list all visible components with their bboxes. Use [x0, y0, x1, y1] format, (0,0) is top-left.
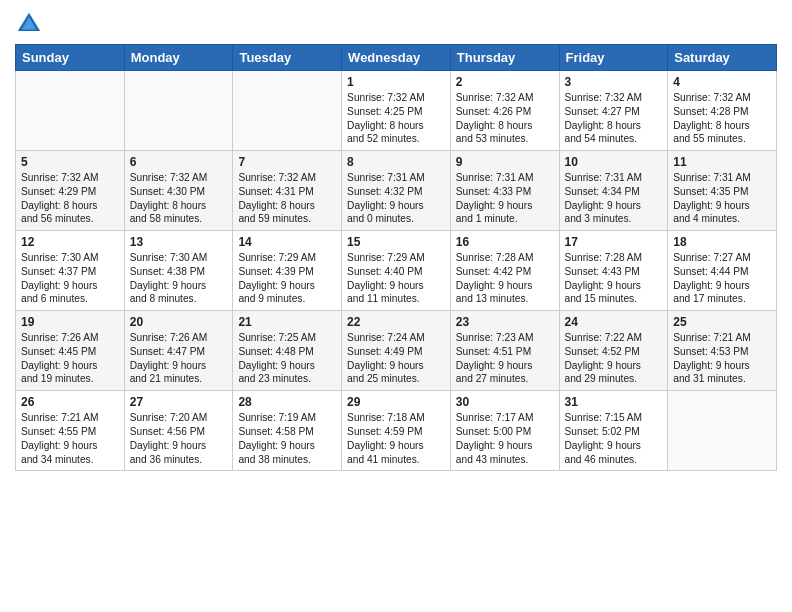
day-number: 5	[21, 155, 119, 169]
day-cell: 6Sunrise: 7:32 AM Sunset: 4:30 PM Daylig…	[124, 151, 233, 231]
week-row: 19Sunrise: 7:26 AM Sunset: 4:45 PM Dayli…	[16, 311, 777, 391]
header-row: SundayMondayTuesdayWednesdayThursdayFrid…	[16, 45, 777, 71]
day-number: 1	[347, 75, 445, 89]
day-info: Sunrise: 7:32 AM Sunset: 4:25 PM Dayligh…	[347, 91, 445, 146]
day-cell	[124, 71, 233, 151]
day-number: 30	[456, 395, 554, 409]
day-info: Sunrise: 7:30 AM Sunset: 4:37 PM Dayligh…	[21, 251, 119, 306]
day-cell: 10Sunrise: 7:31 AM Sunset: 4:34 PM Dayli…	[559, 151, 668, 231]
day-cell: 21Sunrise: 7:25 AM Sunset: 4:48 PM Dayli…	[233, 311, 342, 391]
day-number: 17	[565, 235, 663, 249]
day-info: Sunrise: 7:30 AM Sunset: 4:38 PM Dayligh…	[130, 251, 228, 306]
day-number: 10	[565, 155, 663, 169]
logo-icon	[15, 10, 43, 38]
day-cell: 13Sunrise: 7:30 AM Sunset: 4:38 PM Dayli…	[124, 231, 233, 311]
day-info: Sunrise: 7:32 AM Sunset: 4:30 PM Dayligh…	[130, 171, 228, 226]
day-info: Sunrise: 7:32 AM Sunset: 4:27 PM Dayligh…	[565, 91, 663, 146]
day-info: Sunrise: 7:20 AM Sunset: 4:56 PM Dayligh…	[130, 411, 228, 466]
day-cell: 29Sunrise: 7:18 AM Sunset: 4:59 PM Dayli…	[342, 391, 451, 471]
day-cell: 17Sunrise: 7:28 AM Sunset: 4:43 PM Dayli…	[559, 231, 668, 311]
week-row: 26Sunrise: 7:21 AM Sunset: 4:55 PM Dayli…	[16, 391, 777, 471]
header-day: Wednesday	[342, 45, 451, 71]
week-row: 1Sunrise: 7:32 AM Sunset: 4:25 PM Daylig…	[16, 71, 777, 151]
day-number: 28	[238, 395, 336, 409]
calendar-table: SundayMondayTuesdayWednesdayThursdayFrid…	[15, 44, 777, 471]
day-number: 31	[565, 395, 663, 409]
week-row: 5Sunrise: 7:32 AM Sunset: 4:29 PM Daylig…	[16, 151, 777, 231]
day-cell: 5Sunrise: 7:32 AM Sunset: 4:29 PM Daylig…	[16, 151, 125, 231]
day-number: 2	[456, 75, 554, 89]
day-cell: 4Sunrise: 7:32 AM Sunset: 4:28 PM Daylig…	[668, 71, 777, 151]
day-number: 9	[456, 155, 554, 169]
day-info: Sunrise: 7:26 AM Sunset: 4:45 PM Dayligh…	[21, 331, 119, 386]
day-number: 19	[21, 315, 119, 329]
day-info: Sunrise: 7:18 AM Sunset: 4:59 PM Dayligh…	[347, 411, 445, 466]
day-number: 24	[565, 315, 663, 329]
day-info: Sunrise: 7:17 AM Sunset: 5:00 PM Dayligh…	[456, 411, 554, 466]
day-info: Sunrise: 7:22 AM Sunset: 4:52 PM Dayligh…	[565, 331, 663, 386]
day-number: 15	[347, 235, 445, 249]
header-day: Sunday	[16, 45, 125, 71]
day-info: Sunrise: 7:23 AM Sunset: 4:51 PM Dayligh…	[456, 331, 554, 386]
day-info: Sunrise: 7:29 AM Sunset: 4:40 PM Dayligh…	[347, 251, 445, 306]
day-info: Sunrise: 7:21 AM Sunset: 4:55 PM Dayligh…	[21, 411, 119, 466]
day-number: 7	[238, 155, 336, 169]
day-number: 21	[238, 315, 336, 329]
day-info: Sunrise: 7:32 AM Sunset: 4:31 PM Dayligh…	[238, 171, 336, 226]
day-info: Sunrise: 7:32 AM Sunset: 4:28 PM Dayligh…	[673, 91, 771, 146]
day-cell: 20Sunrise: 7:26 AM Sunset: 4:47 PM Dayli…	[124, 311, 233, 391]
day-cell	[668, 391, 777, 471]
day-number: 27	[130, 395, 228, 409]
day-cell: 28Sunrise: 7:19 AM Sunset: 4:58 PM Dayli…	[233, 391, 342, 471]
day-info: Sunrise: 7:31 AM Sunset: 4:33 PM Dayligh…	[456, 171, 554, 226]
day-cell: 30Sunrise: 7:17 AM Sunset: 5:00 PM Dayli…	[450, 391, 559, 471]
header-day: Tuesday	[233, 45, 342, 71]
day-cell: 24Sunrise: 7:22 AM Sunset: 4:52 PM Dayli…	[559, 311, 668, 391]
day-number: 4	[673, 75, 771, 89]
day-number: 6	[130, 155, 228, 169]
day-info: Sunrise: 7:29 AM Sunset: 4:39 PM Dayligh…	[238, 251, 336, 306]
day-info: Sunrise: 7:15 AM Sunset: 5:02 PM Dayligh…	[565, 411, 663, 466]
day-number: 3	[565, 75, 663, 89]
day-cell: 22Sunrise: 7:24 AM Sunset: 4:49 PM Dayli…	[342, 311, 451, 391]
day-number: 20	[130, 315, 228, 329]
day-number: 23	[456, 315, 554, 329]
day-cell	[16, 71, 125, 151]
header-day: Monday	[124, 45, 233, 71]
day-info: Sunrise: 7:24 AM Sunset: 4:49 PM Dayligh…	[347, 331, 445, 386]
day-info: Sunrise: 7:31 AM Sunset: 4:34 PM Dayligh…	[565, 171, 663, 226]
day-cell: 31Sunrise: 7:15 AM Sunset: 5:02 PM Dayli…	[559, 391, 668, 471]
day-number: 29	[347, 395, 445, 409]
week-row: 12Sunrise: 7:30 AM Sunset: 4:37 PM Dayli…	[16, 231, 777, 311]
day-cell: 2Sunrise: 7:32 AM Sunset: 4:26 PM Daylig…	[450, 71, 559, 151]
header-day: Thursday	[450, 45, 559, 71]
day-info: Sunrise: 7:31 AM Sunset: 4:35 PM Dayligh…	[673, 171, 771, 226]
day-cell: 25Sunrise: 7:21 AM Sunset: 4:53 PM Dayli…	[668, 311, 777, 391]
day-cell: 9Sunrise: 7:31 AM Sunset: 4:33 PM Daylig…	[450, 151, 559, 231]
day-number: 12	[21, 235, 119, 249]
logo	[15, 10, 45, 38]
day-info: Sunrise: 7:28 AM Sunset: 4:43 PM Dayligh…	[565, 251, 663, 306]
day-info: Sunrise: 7:32 AM Sunset: 4:29 PM Dayligh…	[21, 171, 119, 226]
day-cell: 7Sunrise: 7:32 AM Sunset: 4:31 PM Daylig…	[233, 151, 342, 231]
day-number: 11	[673, 155, 771, 169]
day-cell: 23Sunrise: 7:23 AM Sunset: 4:51 PM Dayli…	[450, 311, 559, 391]
day-cell: 15Sunrise: 7:29 AM Sunset: 4:40 PM Dayli…	[342, 231, 451, 311]
day-number: 14	[238, 235, 336, 249]
day-number: 8	[347, 155, 445, 169]
day-info: Sunrise: 7:27 AM Sunset: 4:44 PM Dayligh…	[673, 251, 771, 306]
day-number: 22	[347, 315, 445, 329]
day-info: Sunrise: 7:21 AM Sunset: 4:53 PM Dayligh…	[673, 331, 771, 386]
day-cell: 8Sunrise: 7:31 AM Sunset: 4:32 PM Daylig…	[342, 151, 451, 231]
day-cell: 11Sunrise: 7:31 AM Sunset: 4:35 PM Dayli…	[668, 151, 777, 231]
day-number: 13	[130, 235, 228, 249]
day-number: 25	[673, 315, 771, 329]
header	[15, 10, 777, 38]
header-day: Friday	[559, 45, 668, 71]
day-number: 16	[456, 235, 554, 249]
day-info: Sunrise: 7:25 AM Sunset: 4:48 PM Dayligh…	[238, 331, 336, 386]
day-info: Sunrise: 7:32 AM Sunset: 4:26 PM Dayligh…	[456, 91, 554, 146]
page: SundayMondayTuesdayWednesdayThursdayFrid…	[0, 0, 792, 481]
day-number: 18	[673, 235, 771, 249]
day-info: Sunrise: 7:19 AM Sunset: 4:58 PM Dayligh…	[238, 411, 336, 466]
